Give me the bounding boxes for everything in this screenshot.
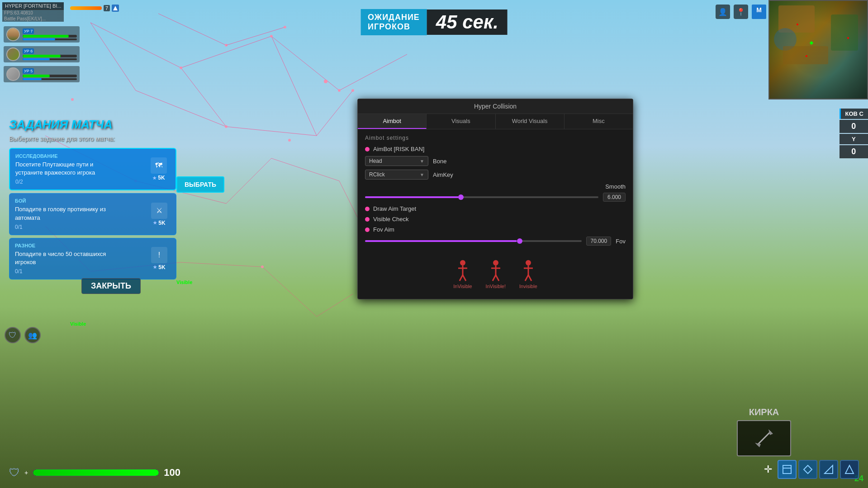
svg-rect-37 (783, 465, 791, 468)
pickaxe-icon (753, 427, 775, 450)
cheat-menu: Hyper Collision Aimbot Visuals World Vis… (357, 99, 633, 299)
player2-level: УР 6 (23, 48, 34, 54)
smooth-label: Smooth (605, 183, 626, 190)
game-title-bar: HYPER [FORTNITE] BI... (2, 2, 64, 10)
aimbot-risk-ban-toggle[interactable]: AimBot [RISK BAN] (365, 146, 626, 152)
quest-item-2[interactable]: Бой Попадите в голову противнику изавтом… (9, 193, 176, 235)
weapon-hud: КИРКА (737, 407, 791, 456)
svg-point-23 (225, 125, 228, 128)
visible-check-toggle[interactable]: Visible Check (365, 216, 626, 223)
icon-person: 👤 (716, 5, 730, 19)
svg-point-31 (71, 98, 74, 101)
svg-line-55 (528, 275, 531, 281)
quest-reward-3: ! ★ 5K (148, 247, 171, 270)
quest-select-button[interactable]: ВЫБРАТЬ (176, 176, 224, 193)
draw-aim-target-toggle[interactable]: Draw Aim Target (365, 205, 626, 212)
tab-aimbot[interactable]: Aimbot (358, 114, 427, 129)
shield-bottom-icon: 🛡 (9, 466, 20, 479)
player1-level: УР 7 (23, 28, 34, 34)
silhouette-label-3: Invisible (519, 284, 537, 289)
bottom-left-hud-icons: 🛡 👥 (5, 327, 41, 343)
aimkey-row: RClick ▼ AimKey (365, 170, 626, 180)
draw-aim-label: Draw Aim Target (373, 205, 416, 212)
quest-close-button[interactable]: ЗАКРЫТЬ (81, 278, 141, 294)
aimkey-dropdown-arrow: ▼ (420, 172, 424, 177)
silhouette-label-1: InVisible (453, 284, 472, 289)
quest-item-3[interactable]: Разное Попадите в число 50 оставшихсяигр… (9, 238, 176, 280)
svg-line-0 (90, 23, 181, 68)
visible-check-dot (365, 217, 370, 222)
svg-point-25 (261, 265, 264, 268)
quest-type-3: Разное (15, 243, 143, 248)
tab-misc[interactable]: Misc (564, 114, 633, 129)
silhouette-2: InVisible! (486, 259, 506, 289)
svg-line-54 (525, 275, 528, 281)
svg-marker-40 (845, 465, 854, 474)
svg-line-49 (493, 275, 496, 281)
svg-line-9 (271, 36, 317, 136)
build-slot-floor[interactable] (798, 460, 817, 479)
svg-line-7 (317, 90, 353, 136)
smooth-slider-row: 6.000 (365, 193, 626, 202)
svg-line-27 (158, 14, 226, 45)
silhouette-icon-1 (456, 259, 470, 282)
svg-point-20 (180, 66, 182, 69)
head-dropdown[interactable]: Head ▼ (365, 156, 428, 166)
tab-world-visuals[interactable]: World Visuals (496, 114, 564, 129)
minimap (768, 0, 868, 99)
svg-marker-39 (825, 465, 833, 474)
svg-line-6 (226, 127, 317, 136)
silhouette-icon-3 (522, 259, 535, 282)
svg-line-17 (181, 262, 262, 267)
fov-aim-toggle[interactable]: Fov Aim (365, 226, 626, 233)
svg-line-2 (271, 36, 339, 90)
fov-aim-label: Fov Aim (373, 226, 394, 233)
hud-top-left: HYPER [FORTNITE] BI... FPS:63.40810 Batt… (0, 0, 66, 24)
fov-value: 70.000 (586, 237, 611, 246)
quest-panel: ЗАДАНИЯ МАТЧА Выберите задание для этого… (9, 118, 176, 282)
quest-type-1: Исследование (15, 153, 143, 159)
plus-icon: + (24, 469, 28, 476)
team-bars: УР 7 УР 6 УР 5 (4, 26, 80, 82)
svg-line-8 (181, 68, 226, 127)
build-slot-ramp[interactable] (819, 460, 838, 479)
visible-label-1: Visible (176, 280, 192, 285)
svg-line-13 (271, 158, 339, 181)
svg-marker-38 (804, 465, 812, 474)
svg-line-4 (90, 23, 136, 90)
fov-slider[interactable] (365, 240, 582, 242)
weapon-slot (737, 420, 791, 456)
tab-visuals[interactable]: Visuals (427, 114, 495, 129)
cheat-menu-title: Hyper Collision (358, 99, 633, 114)
build-slot-pyramid[interactable] (840, 460, 859, 479)
quest-panel-title: ЗАДАНИЯ МАТЧА (9, 118, 176, 132)
head-dropdown-value: Head (369, 158, 382, 164)
aimbot-section-title: Aimbot settings (365, 135, 626, 141)
quest-reward-2: ⚔ ★ 5K (148, 203, 171, 226)
weapon-label: КИРКА (749, 407, 779, 417)
quest-item-1[interactable]: Исследование Посетите Плутающие пути иус… (9, 148, 176, 190)
fov-text-label: Fov (616, 238, 626, 245)
fps-counter: FPS:63.40810 (2, 10, 64, 16)
svg-point-46 (493, 260, 498, 265)
svg-point-26 (351, 89, 354, 92)
group-icon: 👥 (24, 327, 41, 343)
build-slots: ✛ (764, 460, 859, 479)
aimkey-label: AimKey (433, 171, 453, 178)
quest-progress-3: 0/1 (15, 268, 143, 275)
stat-zero-2: 0 (840, 145, 868, 158)
bone-head-row: Head ▼ Bone (365, 156, 626, 166)
visible-label-2: Visible (70, 321, 86, 327)
cheat-menu-tabs: Aimbot Visuals World Visuals Misc (358, 114, 633, 129)
stat-kov: КОВ С (840, 109, 868, 119)
battle-pass-label: Battle Pass[EK/LV]... (2, 16, 64, 22)
svg-point-32 (324, 80, 327, 83)
yp-count: 7 (104, 5, 110, 11)
yp-progress-area: 7 (70, 5, 119, 12)
draw-aim-dot (365, 207, 370, 211)
aimkey-dropdown[interactable]: RClick ▼ (365, 170, 428, 180)
smooth-slider[interactable] (365, 196, 598, 198)
build-slot-wall[interactable] (778, 460, 797, 479)
timer-label: ОЖИДАНИЕ ИГРОКОВ (360, 9, 427, 35)
fov-slider-row: 70.000 Fov (365, 237, 626, 246)
